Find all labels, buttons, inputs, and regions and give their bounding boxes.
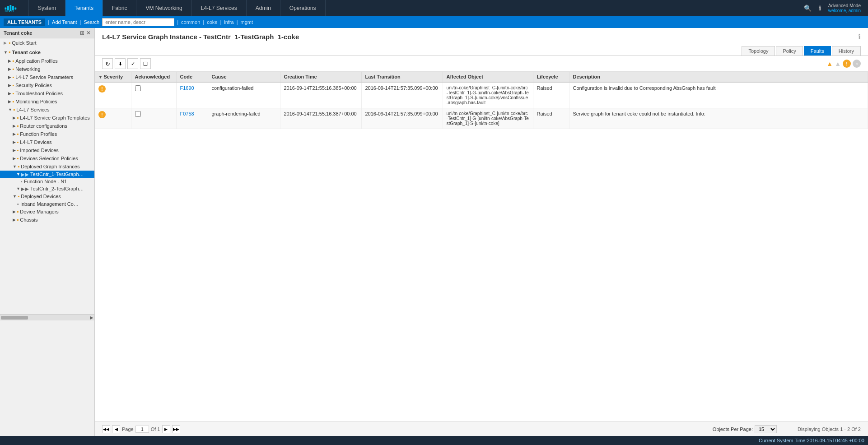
col-lifecycle[interactable]: Lifecycle (533, 72, 569, 82)
page-first-button[interactable]: ◀◀ (102, 425, 110, 433)
orange-warning-icon-1: ! (98, 85, 106, 93)
tab-topology[interactable]: Topology (742, 46, 775, 56)
graph-label: L4-L7 Service Graph Templates (20, 115, 90, 121)
tenant-link-mgmt[interactable]: mgmt (241, 19, 253, 25)
tree-imported-devices[interactable]: ▶ ▪ Imported Devices (0, 146, 94, 154)
download-button[interactable]: ⬇ (115, 58, 126, 69)
objects-per-page-label: Objects Per Page: (713, 426, 753, 432)
page-info-icon[interactable]: ℹ (858, 32, 861, 41)
devsel-folder-icon: ▪ (17, 155, 19, 162)
page-of-label: Of 1 (151, 426, 160, 432)
all-tenants-button[interactable]: ALL TENANTS (4, 19, 45, 26)
nav-admin[interactable]: Admin (247, 0, 280, 16)
tenant-link-coke[interactable]: coke (207, 19, 217, 25)
tenant-link-infra[interactable]: infra (224, 19, 233, 25)
page-next-button[interactable]: ▶ (162, 425, 170, 433)
tree-graph-templates[interactable]: ▶ ▪ L4-L7 Service Graph Templates (0, 114, 94, 122)
tree-quick-start[interactable]: ▶ ▪ Quick Start (0, 38, 94, 47)
col-code[interactable]: Code (176, 72, 208, 82)
chassis-label: Chassis (20, 217, 37, 222)
tree-testcntr2[interactable]: ▼ ▶ ▶ TestCntr_2-TestGraph_2-coke (0, 185, 94, 192)
col-affected-object[interactable]: Affected Object (443, 72, 533, 82)
nav-vm-networking[interactable]: VM Networking (136, 0, 191, 16)
tree-app-profiles[interactable]: ▶ ▪ Application Profiles (0, 57, 94, 65)
search-icon[interactable]: 🔍 (804, 5, 812, 12)
copy-button[interactable]: ❑ (140, 58, 151, 69)
acknowledged-checkbox-2[interactable] (135, 111, 141, 117)
col-acknowledged[interactable]: Acknowledged (131, 72, 176, 82)
tree-l4l7-services[interactable]: ▼ ▪ L4-L7 Services (0, 106, 94, 114)
security-label: Security Policies (15, 83, 52, 88)
col-last-transition[interactable]: Last Transition (361, 72, 443, 82)
cisco-logo: CISCO (0, 0, 29, 16)
tree-monitoring[interactable]: ▶ ▪ Monitoring Policies (0, 97, 94, 106)
tree-inband-mgmt[interactable]: ▪ Inband Management Configura... (0, 200, 94, 208)
quick-start-folder: ▪ (9, 40, 10, 46)
sidebar-icon-2[interactable]: ✕ (86, 30, 91, 36)
nav-tenants[interactable]: Tenants (65, 0, 103, 16)
cell-acknowledged-2[interactable] (131, 108, 176, 129)
tree-l4l7-params[interactable]: ▶ ▪ L4-L7 Service Parameters (0, 73, 94, 81)
refresh-button[interactable]: ↻ (102, 58, 113, 69)
tenant-link-common[interactable]: common (181, 19, 200, 25)
tab-policy[interactable]: Policy (776, 46, 803, 56)
severity-indicator-1: ! (98, 85, 127, 93)
tree-l4l7-devices[interactable]: ▶ ▪ L4-L7 Devices (0, 138, 94, 146)
devsel-label: Devices Selection Policies (20, 156, 78, 161)
col-description[interactable]: Description (569, 72, 868, 82)
nav-system[interactable]: System (29, 0, 65, 16)
check-button[interactable]: ✓ (127, 58, 138, 69)
cell-description-1: Configuration is invalid due to Correspo… (569, 82, 868, 108)
app-folder-icon: ▪ (12, 58, 14, 64)
tree-security[interactable]: ▶ ▪ Security Policies (0, 81, 94, 89)
tree-devices-selection[interactable]: ▶ ▪ Devices Selection Policies (0, 154, 94, 162)
page-title: L4-L7 Service Graph Instance - TestCntr_… (102, 33, 299, 41)
tree-deployed-graph[interactable]: ▼ ▪ Deployed Graph Instances (0, 162, 94, 171)
l4l7dev-folder-icon: ▪ (17, 139, 19, 145)
page-last-button[interactable]: ▶▶ (172, 425, 180, 433)
tree-router-config[interactable]: ▶ ▪ Router configurations (0, 122, 94, 130)
sidebar: Tenant coke ⊞ ✕ ▶ ▪ Quick Start ▼ ▪ Tena… (0, 28, 95, 436)
acknowledged-checkbox-1[interactable] (135, 85, 141, 91)
search-input[interactable] (102, 18, 174, 26)
tree-function-node[interactable]: ▪ Function Node - N1 (0, 178, 94, 185)
cell-code-2: F0758 (176, 108, 208, 129)
funcnode-label: Function Node - N1 (24, 179, 67, 184)
cell-cause-2: graph-rendering-failed (208, 108, 280, 129)
security-expand-icon: ▶ (8, 83, 11, 88)
nav-l4l7[interactable]: L4-L7 Services (192, 0, 247, 16)
sidebar-title: Tenant coke (4, 30, 32, 36)
tree-deployed-devices[interactable]: ▼ ▪ Deployed Devices (0, 192, 94, 200)
svg-text:CISCO: CISCO (5, 9, 14, 13)
sidebar-expand-icon[interactable]: ▶ (90, 315, 93, 320)
cell-acknowledged-1[interactable] (131, 82, 176, 108)
page-number-input[interactable] (135, 426, 149, 433)
col-creation-time[interactable]: Creation Time (280, 72, 361, 82)
router-folder-icon: ▪ (17, 123, 19, 129)
tree-networking[interactable]: ▶ ▪ Networking (0, 65, 94, 73)
objects-per-page-select[interactable]: 15 30 50 100 (755, 425, 777, 433)
tree-troubleshoot[interactable]: ▶ ▪ Troubleshoot Policies (0, 89, 94, 97)
page-prev-button[interactable]: ◀ (112, 425, 120, 433)
tree-function-profiles[interactable]: ▶ ▪ Function Profiles (0, 130, 94, 138)
col-severity[interactable]: ▼ Severity (95, 72, 131, 82)
tab-faults[interactable]: Faults (804, 46, 831, 56)
nav-fabric[interactable]: Fabric (103, 0, 136, 16)
add-tenant-link[interactable]: Add Tenant (52, 19, 77, 25)
params-folder-icon: ▪ (12, 74, 14, 80)
tab-history[interactable]: History (832, 46, 861, 56)
inband-label: Inband Management Configura... (20, 201, 79, 207)
col-cause[interactable]: Cause (208, 72, 280, 82)
page-label: Page (122, 426, 134, 432)
info-icon[interactable]: ℹ (819, 5, 821, 12)
depdev-expand-icon: ▼ (13, 194, 17, 199)
tree-testcntr1[interactable]: ▼ ▶ ▶ TestCntr_1-TestGraph_1-coke (0, 171, 94, 178)
advanced-mode-label: Advanced Mode (828, 3, 861, 8)
cell-cause-1: configuration-failed (208, 82, 280, 108)
tree-device-managers[interactable]: ▶ ▪ Device Managers (0, 208, 94, 216)
tree-chassis[interactable]: ▶ ▪ Chassis (0, 216, 94, 224)
sidebar-icon-1[interactable]: ⊞ (80, 30, 84, 36)
tree-tenant-coke[interactable]: ▼ ▪ Tenant coke (0, 47, 94, 57)
sidebar-scrollbar-thumb[interactable] (1, 316, 28, 320)
nav-operations[interactable]: Operations (280, 0, 326, 16)
